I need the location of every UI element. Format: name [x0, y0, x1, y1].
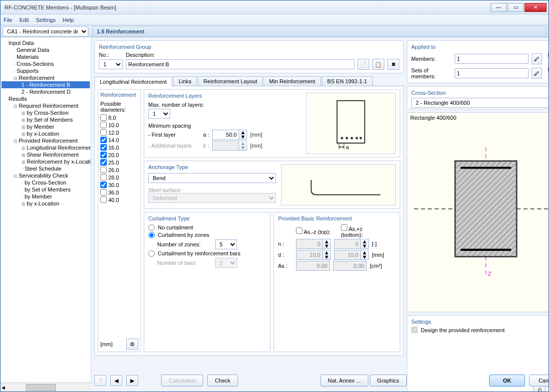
tree-reinf-by-x[interactable]: Reinforcement by x-Location	[1, 158, 90, 165]
unit-mm: [mm]	[100, 341, 112, 347]
diameter-16.0[interactable]: 16.0	[100, 144, 138, 151]
curt-zones-radio[interactable]	[148, 232, 155, 238]
n-bot-input	[334, 239, 361, 249]
tree-by-member[interactable]: by Member	[1, 123, 90, 130]
tree-input-data[interactable]: Input Data	[1, 39, 90, 46]
zones-num-select[interactable]: 5	[215, 239, 237, 249]
tree-reinf-d[interactable]: 2 - Reinforcement D	[1, 88, 90, 95]
sets-all-check[interactable]	[548, 66, 549, 73]
ok-button[interactable]: OK	[489, 375, 525, 387]
nav-tree[interactable]: Input Data General Data Materials Cross-…	[0, 37, 91, 383]
tab-links[interactable]: Links	[173, 76, 197, 86]
desc-input[interactable]	[126, 59, 354, 69]
maximize-button[interactable]: ▭	[508, 3, 524, 12]
tree-sc-by-set[interactable]: by Set of Members	[1, 186, 90, 193]
diameter-30.0[interactable]: 30.0	[100, 181, 138, 189]
members-label: Members:	[411, 56, 452, 62]
a-spinner[interactable]: ▲▼	[239, 130, 247, 140]
menu-help[interactable]: Help	[62, 17, 74, 23]
tab-longitudinal[interactable]: Longitudinal Reinforcement	[94, 77, 172, 86]
tree-sc-by-cs[interactable]: by Cross-Section	[1, 179, 90, 186]
cancel-button[interactable]: Cancel	[529, 375, 549, 387]
diameter-40.0[interactable]: 40.0	[100, 196, 138, 203]
surface-select: Deformed	[148, 193, 276, 203]
prev-icon[interactable]: ◀	[110, 375, 122, 386]
tree-by-cs[interactable]: by Cross-Section	[1, 109, 90, 116]
diameter-list[interactable]: 8.0 10.0 12.0 14.0 16.0 20.0 25.0 26.0 2…	[100, 114, 138, 338]
new-icon[interactable]: 📄	[357, 59, 369, 70]
tree-materials[interactable]: Materials	[1, 53, 90, 60]
sets-input[interactable]	[455, 68, 529, 78]
next-icon[interactable]: ▶	[126, 375, 138, 386]
diameter-10.0[interactable]: 10.0	[100, 121, 138, 129]
first-layer-label: - First layer	[148, 132, 200, 138]
svg-rect-5	[455, 161, 517, 257]
tree-general-data[interactable]: General Data	[1, 46, 90, 53]
tree-hscroll[interactable]: ◄	[0, 383, 91, 392]
help-icon[interactable]: ❔	[94, 375, 106, 386]
diameter-14.0[interactable]: 14.0	[100, 136, 138, 144]
pick-members-icon[interactable]: 🖉	[532, 53, 543, 64]
cross-section-select[interactable]: 2 - Rectangle 400/600	[411, 98, 549, 108]
anchorage-select[interactable]: Bend	[148, 173, 276, 183]
menu-edit[interactable]: Edit	[19, 17, 29, 23]
svg-text:a: a	[346, 144, 349, 150]
max-layers-select[interactable]: 1	[148, 109, 170, 119]
delete-icon[interactable]: ✖	[387, 59, 399, 70]
as-bot-check[interactable]	[341, 224, 347, 231]
tree-long-reinf[interactable]: Longitudinal Reinforcement	[1, 144, 90, 151]
curt-none-radio[interactable]	[148, 224, 155, 231]
anchorage-title: Anchorage Type	[148, 164, 276, 170]
case-selector[interactable]: CA1 - Reinforced concrete desi	[2, 26, 88, 36]
members-all-check[interactable]	[548, 52, 549, 58]
check-button[interactable]: Check	[207, 375, 238, 387]
svg-point-11	[351, 137, 353, 140]
zones-num-label: Number of zones:	[157, 241, 212, 247]
tab-code[interactable]: BS EN 1992-1-1	[322, 76, 373, 86]
close-button[interactable]: ✕	[525, 3, 547, 12]
diameter-8.0[interactable]: 8.0	[100, 114, 138, 121]
layers-sketch: a	[306, 93, 396, 154]
diameter-12.0[interactable]: 12.0	[100, 129, 138, 136]
nat-annex-button[interactable]: Nat. Annex ...	[320, 375, 368, 387]
tab-layout[interactable]: Reinforcement Layout	[198, 76, 263, 86]
tree-steel-sched[interactable]: Steel Schedule	[1, 165, 90, 172]
copy-icon[interactable]: 📋	[372, 59, 384, 70]
curt-bars-radio[interactable]	[148, 250, 155, 257]
a-input[interactable]	[212, 130, 239, 140]
tree-reinf-b[interactable]: 1 - Reinforcement B	[1, 81, 90, 88]
diameter-26.0[interactable]: 26.0	[100, 166, 138, 174]
layers-title: Reinforcement Layers	[148, 93, 301, 99]
diameter-settings-icon[interactable]: ⚙	[126, 339, 138, 350]
menu-file[interactable]: File	[3, 17, 12, 23]
tree-results[interactable]: Results	[1, 95, 90, 102]
minimize-button[interactable]: —	[491, 3, 507, 12]
tab-min[interactable]: Min Reinforcement	[264, 76, 320, 86]
tree-reinforcement[interactable]: Reinforcement	[1, 74, 90, 81]
tree-by-set[interactable]: by Set of Members	[1, 116, 90, 123]
no-select[interactable]: 1	[99, 59, 123, 69]
menu-settings[interactable]: Settings	[36, 17, 56, 23]
diameter-36.0[interactable]: 36.0	[100, 189, 138, 196]
pick-sets-icon[interactable]: 🖉	[532, 68, 543, 79]
tree-serv-check[interactable]: Serviceability Check	[1, 172, 90, 179]
tree-cross-sections[interactable]: Cross-Sections	[1, 60, 90, 67]
tree-sc-by-xloc[interactable]: by x-Location	[1, 200, 90, 207]
diameter-25.0[interactable]: 25.0	[100, 159, 138, 166]
as-top-input	[296, 261, 330, 271]
diameter-20.0[interactable]: 20.0	[100, 151, 138, 159]
as-top-check[interactable]	[296, 227, 302, 234]
add-layers-label: - Additional layers	[148, 143, 200, 149]
svg-text:z: z	[488, 269, 492, 277]
tree-shear-reinf[interactable]: Shear Reinforcement	[1, 151, 90, 158]
tree-supports[interactable]: Supports	[1, 67, 90, 74]
tree-prov-reinf[interactable]: Provided Reinforcement	[1, 137, 90, 144]
possible-label: Possible diameters:	[100, 101, 138, 113]
tree-req-reinf[interactable]: Required Reinforcement	[1, 102, 90, 109]
bars-num-label: Number of bars:	[157, 260, 212, 266]
members-input[interactable]	[455, 54, 529, 64]
tree-sc-by-member[interactable]: by Member	[1, 193, 90, 200]
graphics-button[interactable]: Graphics	[370, 375, 407, 387]
diameter-28.0[interactable]: 28.0	[100, 174, 138, 181]
tree-by-xloc[interactable]: by x-Location	[1, 130, 90, 137]
